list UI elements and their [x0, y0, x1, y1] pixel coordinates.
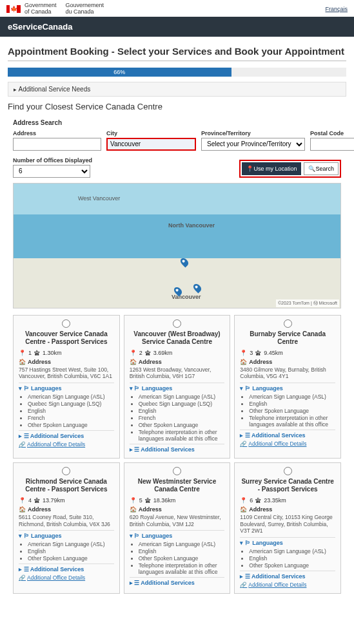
- progress-bar-container: 66%: [8, 68, 346, 77]
- language-item: English: [139, 408, 225, 414]
- search-button[interactable]: 🔍Search: [304, 162, 339, 175]
- language-item: Other Spoken Language: [139, 422, 225, 428]
- section-subhead: Find your Closest Service Canada Centre: [8, 102, 346, 111]
- languages-list: American Sign Language (ASL)EnglishOther…: [249, 393, 335, 428]
- language-item: American Sign Language (ASL): [249, 548, 335, 554]
- additional-services-toggle[interactable]: ☰ Additional Services: [130, 446, 225, 453]
- office-title: Surrey Service Canada Centre - Passport …: [240, 478, 335, 493]
- office-rank: 2: [139, 350, 143, 356]
- additional-services-toggle[interactable]: ☰ Additional Services: [130, 580, 225, 586]
- office-address: 5611 Cooney Road, Suite 310, Richmond, B…: [19, 514, 114, 527]
- address-input[interactable]: [13, 138, 101, 151]
- home-icon: 🏠: [19, 506, 26, 513]
- pin-icon: 📍: [240, 497, 247, 504]
- language-item: American Sign Language (ASL): [28, 541, 114, 547]
- office-card: Vancouver Service Canada Centre - Passpo…: [13, 315, 120, 459]
- gov-en-2: of Canada: [25, 9, 57, 15]
- list-icon: ☰: [245, 432, 250, 439]
- office-radio[interactable]: [62, 467, 70, 475]
- languages-list: American Sign Language (ASL)EnglishOther…: [28, 541, 114, 562]
- additional-office-details-link[interactable]: 🔗Additional Office Details: [240, 440, 306, 447]
- province-label: Province/Territory: [201, 130, 305, 137]
- app-banner: eServiceCanada: [0, 17, 354, 37]
- office-radio[interactable]: [62, 319, 70, 328]
- languages-toggle[interactable]: 🏳 Languages: [19, 385, 114, 392]
- languages-toggle[interactable]: 🏳 Languages: [19, 533, 114, 539]
- languages-list: American Sign Language (ASL)EnglishOther…: [249, 548, 335, 569]
- link-icon: 🔗: [19, 441, 26, 448]
- use-my-location-button[interactable]: 📍Use my Location: [242, 162, 301, 175]
- languages-list: American Sign Language (ASL)EnglishOther…: [139, 541, 225, 575]
- map-label-vancouver: Vancouver: [172, 294, 201, 300]
- pin-icon: 📍: [19, 350, 26, 356]
- city-input[interactable]: [106, 138, 196, 151]
- office-radio[interactable]: [173, 467, 181, 475]
- additional-services-toggle[interactable]: ☰ Additional Services: [19, 566, 114, 573]
- office-distance: 18.36km: [153, 497, 176, 504]
- controls-row: Number of Offices Displayed 6 📍Use my Lo…: [8, 157, 346, 178]
- address-search-label: Address Search: [13, 119, 346, 126]
- address-section-label: 🏠Address: [130, 359, 225, 365]
- map-pin-icon[interactable]: [179, 256, 190, 267]
- office-meta: 📍6 🛣23.35km: [240, 497, 335, 504]
- additional-services-toggle[interactable]: ☰ Additional Services: [240, 573, 335, 580]
- search-label: Search: [315, 166, 334, 172]
- language-item: Other Spoken Language: [139, 555, 225, 562]
- languages-toggle[interactable]: 🏳 Languages: [130, 533, 225, 539]
- postal-input[interactable]: [310, 138, 354, 151]
- office-address: 1263 West Broadway, Vancouver, British C…: [130, 366, 225, 380]
- language-item: American Sign Language (ASL): [139, 541, 225, 547]
- progress-label: 66%: [113, 68, 125, 77]
- pin-icon: 📍: [19, 497, 26, 504]
- office-rank: 1: [28, 350, 32, 356]
- language-item: French: [139, 415, 225, 421]
- address-section-label: 🏠Address: [240, 359, 335, 365]
- office-radio[interactable]: [284, 319, 292, 328]
- office-meta: 📍1 🛣1.30km: [19, 350, 114, 356]
- additional-office-details-link[interactable]: 🔗Additional Office Details: [19, 441, 85, 448]
- office-card: Burnaby Service Canada Centre 📍3 🛣9.45km…: [234, 315, 341, 459]
- language-item: English: [28, 548, 114, 554]
- pin-icon: 📍: [130, 497, 137, 504]
- additional-office-details-link[interactable]: 🔗Additional Office Details: [240, 582, 306, 588]
- office-meta: 📍4 🛣13.79km: [19, 497, 114, 504]
- languages-toggle[interactable]: 🏳 Languages: [240, 540, 335, 546]
- list-icon: ☰: [134, 446, 139, 453]
- language-item: American Sign Language (ASL): [249, 393, 335, 400]
- num-offices-select[interactable]: 6: [13, 165, 90, 178]
- address-label: Address: [13, 130, 101, 137]
- address-section-label: 🏠Address: [240, 506, 335, 513]
- road-icon: 🛣: [145, 497, 151, 504]
- map[interactable]: West Vancouver North Vancouver Vancouver…: [13, 183, 341, 308]
- languages-toggle[interactable]: 🏳 Languages: [130, 385, 225, 392]
- province-select[interactable]: Select your Province/Territory: [201, 138, 305, 151]
- languages-toggle[interactable]: 🏳 Languages: [240, 385, 335, 392]
- additional-services-toggle[interactable]: ☰ Additional Services: [240, 432, 335, 439]
- language-item: Quebec Sign Language (LSQ): [139, 401, 225, 407]
- gov-text: Governmentof Canada Gouvernementdu Canad…: [25, 3, 104, 15]
- road-icon: 🛣: [145, 350, 151, 356]
- additional-services-toggle[interactable]: ☰ Additional Services: [19, 433, 114, 439]
- office-radio[interactable]: [173, 319, 181, 328]
- office-address: 757 Hastings Street West, Suite 100, Van…: [19, 366, 114, 380]
- home-icon: 🏠: [130, 359, 137, 365]
- canada-flag-icon: [6, 5, 21, 13]
- office-meta: 📍2 🛣3.69km: [130, 350, 225, 356]
- location-pin-icon: 📍: [246, 166, 253, 172]
- language-toggle[interactable]: Français: [325, 6, 348, 12]
- office-rank: 3: [250, 350, 253, 356]
- title-divider: [8, 61, 346, 61]
- language-item: English: [249, 401, 335, 407]
- search-icon: 🔍: [308, 166, 315, 172]
- flag-icon: 🏳: [245, 385, 251, 392]
- office-address: 620 Royal Avenue, New Westminster, Briti…: [130, 514, 225, 527]
- office-distance: 1.30km: [43, 350, 62, 356]
- additional-service-needs-panel[interactable]: Additional Service Needs: [8, 82, 346, 97]
- map-pin-icon[interactable]: [192, 282, 203, 293]
- office-radio[interactable]: [284, 467, 292, 475]
- link-icon: 🔗: [240, 582, 247, 588]
- office-meta: 📍5 🛣18.36km: [130, 497, 225, 504]
- additional-office-details-link[interactable]: 🔗Additional Office Details: [19, 574, 85, 581]
- home-icon: 🏠: [19, 359, 26, 365]
- office-card: New Westminster Service Canada Centre 📍5…: [124, 462, 231, 594]
